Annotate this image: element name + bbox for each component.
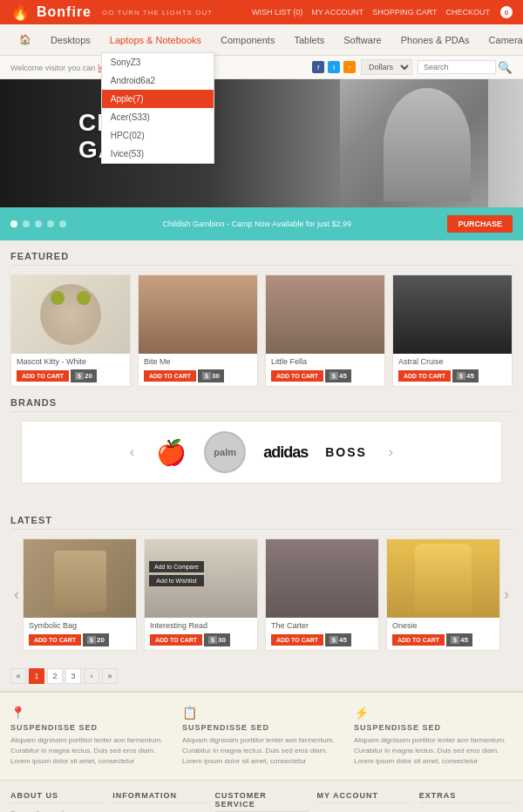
product-name-bag: Symbolic Bag xyxy=(29,621,131,630)
dropdown-item-ivice[interactable]: Ivice(53) xyxy=(102,145,214,163)
nav-components[interactable]: Components xyxy=(212,28,283,52)
nav-laptops[interactable]: Laptops & Notebooks SonyZ3 Android6a2 Ap… xyxy=(101,28,210,52)
brands-inner: ‹ 🍎 palm adidas BOSS › xyxy=(35,435,488,470)
footer-col-text-about: Suspendisse sed accumsan nunc. Curabitur… xyxy=(10,809,104,812)
latest-prev[interactable]: ‹ xyxy=(10,585,23,604)
bolt-icon: ⚡ xyxy=(354,706,513,720)
price-carter: $ 45 xyxy=(325,633,351,646)
add-to-wishlist-button[interactable]: Add to Wishlist xyxy=(149,575,204,586)
footer-links: ABOUT US Suspendisse sed accumsan nunc. … xyxy=(0,780,523,812)
product-overlay-book: Add to Compare Add to Wishlist xyxy=(149,561,204,586)
price-littlefella: $ 45 xyxy=(325,369,351,382)
featured-section: FEATURED Mascot Kitty - White ADD TO CAR… xyxy=(0,240,523,397)
account-link[interactable]: MY ACCOUNT xyxy=(311,8,363,17)
product-actions-bag: ADD TO CART $ 20 xyxy=(29,633,131,646)
footer-info-grid: 📍 SUSPENDISSE SED Aliquam dignissim port… xyxy=(10,706,513,767)
hero-dot-2[interactable] xyxy=(23,220,30,227)
add-to-cart-astral[interactable]: ADD TO CART xyxy=(398,370,451,382)
facebook-icon[interactable]: f xyxy=(312,61,324,73)
page-3[interactable]: 3 xyxy=(65,668,81,684)
add-to-compare-button[interactable]: Add to Compare xyxy=(149,561,204,572)
price-biteme: $ 30 xyxy=(198,369,224,382)
footer-col-title-account: MY ACCOUNT xyxy=(317,791,411,803)
currency-select[interactable]: Dollars Euros xyxy=(361,59,412,75)
brand-palm[interactable]: palm xyxy=(204,435,246,470)
nav-home[interactable]: 🏠 xyxy=(10,27,40,52)
footer-link-myaccount[interactable]: My Account xyxy=(317,809,411,812)
add-to-cart-onesie[interactable]: ADD TO CART xyxy=(392,634,445,646)
brand-apple[interactable]: 🍎 xyxy=(156,435,187,470)
location-icon: 📍 xyxy=(10,706,169,720)
brand-adidas[interactable]: adidas xyxy=(263,435,308,470)
nav-phones[interactable]: Phones & PDAs xyxy=(392,28,479,52)
dropdown-item-android[interactable]: Android6a2 xyxy=(102,71,214,90)
product-info-book: Interesting Read ADD TO CART $ 30 xyxy=(145,618,257,650)
rss-icon[interactable]: r xyxy=(343,61,356,73)
featured-title: FEATURED xyxy=(10,251,513,266)
footer-col-account: MY ACCOUNT My Account Order History Wish… xyxy=(317,791,411,812)
search-button[interactable]: 🔍 xyxy=(498,61,513,74)
page-first[interactable]: « xyxy=(10,668,26,684)
nav-software[interactable]: Software xyxy=(335,28,390,52)
brands-section-wrapper: BRANDS ‹ 🍎 palm adidas BOSS › xyxy=(0,397,523,504)
nav-cameras[interactable]: Cameras xyxy=(480,28,523,52)
product-name-littlefella: Little Fella xyxy=(271,357,379,366)
price-book: $ 30 xyxy=(204,633,230,646)
search-input[interactable] xyxy=(418,60,496,74)
dropdown-item-hpc[interactable]: HPC(02) xyxy=(102,126,214,145)
dropdown-item-acer[interactable]: Acer(S33) xyxy=(102,108,214,126)
footer-link-about[interactable]: About Us xyxy=(112,809,206,812)
hero-bottom-bar: Childish Gambino - Camp Now Available fo… xyxy=(0,207,523,240)
page-1[interactable]: 1 xyxy=(29,668,44,684)
brands-next[interactable]: › xyxy=(384,444,397,460)
wishlist-link[interactable]: WISH LIST (0) xyxy=(252,8,302,17)
brands-prev[interactable]: ‹ xyxy=(126,444,139,460)
purchase-button[interactable]: PURCHASE xyxy=(447,215,513,233)
add-to-cart-kitty[interactable]: ADD TO CART xyxy=(17,370,69,382)
latest-next[interactable]: › xyxy=(500,585,513,604)
hero-dot-3[interactable] xyxy=(35,220,42,227)
product-img-littlefella xyxy=(266,275,384,354)
boss-logo-icon: BOSS xyxy=(325,445,367,459)
logo-area: 🔥 Bonfire GO TURN THE LIGHTS OUT xyxy=(10,3,213,22)
cart-link[interactable]: SHOPPING CART xyxy=(372,8,437,17)
hero-dot-4[interactable] xyxy=(47,220,54,227)
product-img-wrap-bag xyxy=(24,539,136,618)
product-actions-book: ADD TO CART $ 30 xyxy=(150,633,252,646)
page-2[interactable]: 2 xyxy=(47,668,63,684)
footer-col-title-extras: EXTRAS xyxy=(419,791,513,803)
footer-info-title-1: SUSPENDISSE SED xyxy=(10,723,169,732)
site-logo[interactable]: Bonfire xyxy=(37,4,92,20)
add-to-cart-littlefella[interactable]: ADD TO CART xyxy=(271,370,323,382)
product-card-bag: Symbolic Bag ADD TO CART $ 20 xyxy=(23,538,137,651)
dropdown-item-apple[interactable]: Apple(7) xyxy=(102,90,214,108)
home-icon: 🏠 xyxy=(19,34,31,44)
footer-col-title-about: ABOUT US xyxy=(10,791,104,803)
dropdown-item-sony[interactable]: SonyZ3 xyxy=(102,53,214,71)
twitter-icon[interactable]: t xyxy=(328,61,340,73)
brand-boss[interactable]: BOSS xyxy=(325,435,367,470)
footer-col-service: CUSTOMER SERVICE Contact Us Returns Site… xyxy=(214,791,308,812)
hero-caption: Childish Gambino - Camp Now Available fo… xyxy=(66,220,447,228)
checkout-link[interactable]: CHECKOUT xyxy=(445,8,490,17)
footer-info-text-1: Aliquam dignissim porttitor lenter aon f… xyxy=(10,735,169,767)
product-img-kitty xyxy=(11,275,130,354)
latest-title: LATEST xyxy=(10,515,513,530)
add-to-cart-bag[interactable]: ADD TO CART xyxy=(29,634,81,646)
product-info-bag: Symbolic Bag ADD TO CART $ 20 xyxy=(24,618,136,650)
add-to-cart-biteme[interactable]: ADD TO CART xyxy=(144,370,196,382)
add-to-cart-book[interactable]: ADD TO CART xyxy=(150,634,202,646)
hero-dot-5[interactable] xyxy=(59,220,66,227)
footer-link-brands[interactable]: Brands xyxy=(419,809,513,812)
product-info-littlefella: Little Fella ADD TO CART $ 45 xyxy=(266,354,384,386)
product-card-astral: Astral Cruise ADD TO CART $ 45 xyxy=(392,274,513,387)
product-info-carter: The Carter ADD TO CART $ 45 xyxy=(266,618,378,650)
nav-desktops[interactable]: Desktops xyxy=(42,28,99,52)
hero-dot-1[interactable] xyxy=(10,220,17,227)
add-to-cart-carter[interactable]: ADD TO CART xyxy=(271,634,323,646)
product-card-onesie: Onesie ADD TO CART $ 45 xyxy=(386,538,500,651)
nav-tablets[interactable]: Tablets xyxy=(285,28,333,52)
page-last[interactable]: » xyxy=(102,668,118,684)
pagination: « 1 2 3 › » xyxy=(0,661,523,691)
page-next[interactable]: › xyxy=(84,668,99,684)
